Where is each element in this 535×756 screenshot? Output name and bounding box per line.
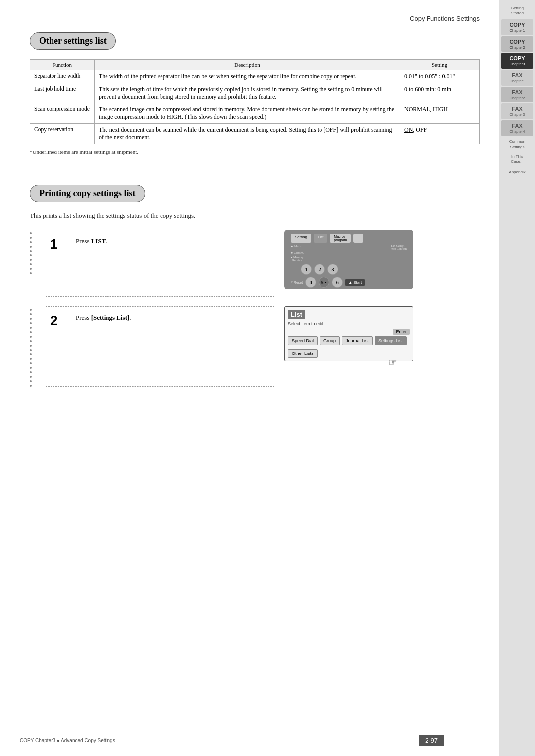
dot (30, 358, 32, 360)
list-title-bar: List (288, 310, 410, 321)
main-content: Copy Functions Settings Other settings l… (0, 0, 499, 756)
sidebar-item-copy3[interactable]: COPY Chapter3 (501, 53, 533, 69)
dot (30, 371, 32, 373)
col-function: Function (30, 60, 95, 70)
settings-list-btn[interactable]: Settings List (374, 336, 407, 345)
speed-dial-btn[interactable]: Speed Dial (288, 336, 318, 345)
sidebar-item-inthiscase[interactable]: In ThisCase... (501, 152, 533, 167)
fax1-main: FAX (502, 72, 532, 79)
fax4-chapter: Chapter4 (502, 129, 532, 134)
sidebar-item-fax3[interactable]: FAX Chapter3 (501, 103, 533, 119)
copy2-main: COPY (502, 38, 532, 45)
dot (30, 362, 32, 364)
step2-text: Press [Settings List]. (71, 312, 131, 321)
key-1: 1 (301, 264, 312, 275)
key-4: 4 (305, 277, 316, 288)
list-buttons: Speed Dial Group Journal List Settings L… (288, 336, 410, 345)
empty-btn (353, 234, 363, 243)
enter-btn: Enter (393, 329, 410, 335)
dot (30, 349, 32, 351)
dot (30, 367, 32, 369)
dot (30, 241, 32, 243)
alarm-label: ● Alarm (291, 244, 302, 250)
panel-status-row: ● Comm. (288, 251, 409, 255)
dot (30, 322, 32, 324)
step1-panel: Setting List Macrosprogram ● Alarm Fax C… (284, 230, 480, 297)
sidebar-item-fax1[interactable]: FAX Chapter1 (501, 70, 533, 86)
step1-text: Press LIST. (71, 235, 107, 245)
dot (30, 272, 32, 274)
setting-lastjob: 0 to 600 min: 0 min (400, 83, 480, 103)
copy1-chapter: Chapter1 (502, 28, 532, 33)
fax1-chapter: Chapter1 (502, 79, 532, 84)
fax2-main: FAX (502, 89, 532, 96)
sidebar-item-fax2[interactable]: FAX Chapter2 (501, 87, 533, 102)
key-2: 2 (314, 264, 325, 275)
fax3-chapter: Chapter3 (502, 112, 532, 117)
sidebar-item-copy1[interactable]: COPY Chapter1 (501, 19, 533, 35)
fax2-chapter: Chapter2 (502, 96, 532, 101)
dot (30, 259, 32, 261)
page-title: Copy Functions Settings (410, 15, 480, 22)
dot (30, 254, 32, 256)
other-lists-btn[interactable]: Other Lists (288, 349, 318, 358)
dot (30, 237, 32, 239)
dot (30, 353, 32, 355)
setting-copyres: ON, OFF (400, 124, 480, 144)
page-number: 2-97 (419, 735, 444, 746)
footer-left: COPY Chapter3 ● Advanced Copy Settings (20, 738, 115, 743)
memory-label: ● Memory Receive (291, 256, 304, 262)
dot (30, 232, 32, 234)
table-row: Separator line width The width of the pr… (30, 70, 480, 83)
step2-number: 2 (50, 313, 58, 329)
step1-box: 1 Press LIST. (46, 230, 274, 297)
dot (30, 376, 32, 378)
settings-table: Function Description Setting Separator l… (30, 59, 480, 144)
setting-underline: 0.01" (442, 73, 455, 80)
col-description: Description (95, 60, 400, 70)
desc-lastjob: This sets the length of time for which t… (95, 83, 400, 103)
dot (30, 385, 32, 387)
page-footer: COPY Chapter3 ● Advanced Copy Settings 2… (0, 735, 464, 746)
setting-underline2: 0 min (437, 86, 451, 93)
section-other-settings: Other settings list Function Description… (30, 32, 480, 155)
desc-scancomp: The scanned image can be compressed and … (95, 103, 400, 124)
fax3-main: FAX (502, 105, 532, 112)
table-row: Last job hold time This sets the length … (30, 83, 480, 103)
panel-memory-row: ● Memory Receive (288, 256, 409, 262)
setting-underline4: ON (404, 126, 413, 133)
dot (30, 340, 32, 342)
fax-cancel-label: Fax Cancel/Job Confirm (391, 244, 407, 250)
dot (30, 318, 32, 320)
list-box: List Select item to edit. Enter Speed Di… (284, 306, 413, 361)
page-header: Copy Functions Settings (30, 15, 480, 22)
func-scancomp: Scan compression mode (30, 103, 95, 124)
copy1-main: COPY (502, 21, 532, 28)
func-copyres: Copy reservation (30, 124, 95, 144)
section2-heading: Printing copy settings list (30, 185, 145, 202)
copy3-chapter: Chapter3 (502, 62, 532, 67)
sidebar-item-fax4[interactable]: FAX Chapter4 (501, 120, 533, 136)
footnote: *Underlined items are initial settings a… (30, 149, 480, 155)
fax4-main: FAX (502, 122, 532, 129)
col-setting: Setting (400, 60, 480, 70)
func-lastjob: Last job hold time (30, 83, 95, 103)
comm-label: ● Comm. (291, 251, 304, 255)
sidebar-item-copy2[interactable]: COPY Chapter2 (501, 36, 533, 52)
copy2-chapter: Chapter2 (502, 45, 532, 50)
journal-btn[interactable]: Journal List (342, 336, 373, 345)
group-btn[interactable]: Group (320, 336, 340, 345)
dots-col1 (30, 230, 36, 297)
dot (30, 250, 32, 252)
sidebar-item-appendix[interactable]: Appendix (501, 168, 533, 177)
dot (30, 331, 32, 333)
dot (30, 327, 32, 329)
step1-bold: LIST (91, 237, 106, 245)
intro-text: This prints a list showing the settings … (30, 212, 480, 220)
dot (30, 268, 32, 270)
sidebar-item-getting-started[interactable]: GettingStarted (501, 4, 533, 18)
dot (30, 313, 32, 315)
step2-bold: [Settings List] (91, 314, 130, 321)
sidebar-item-common[interactable]: CommonSettings (501, 137, 533, 151)
step2-box: 2 Press [Settings List]. (46, 306, 274, 387)
